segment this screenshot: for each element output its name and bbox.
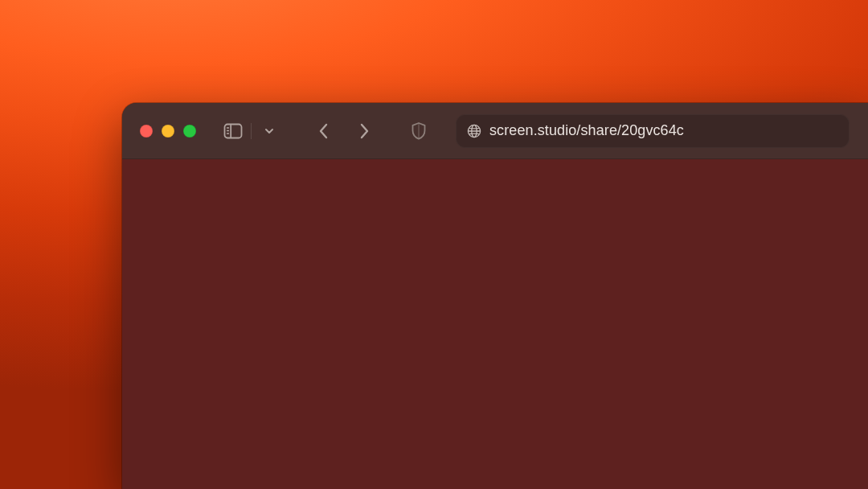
navigation-controls bbox=[313, 120, 375, 142]
browser-window: screen.studio/share/20gvc64c bbox=[122, 103, 868, 489]
privacy-shield-button[interactable] bbox=[407, 120, 430, 142]
chevron-down-icon bbox=[264, 125, 275, 137]
forward-button[interactable] bbox=[353, 120, 375, 142]
browser-toolbar: screen.studio/share/20gvc64c bbox=[122, 103, 868, 159]
toolbar-divider bbox=[251, 123, 252, 139]
minimize-window-button[interactable] bbox=[162, 125, 174, 138]
close-window-button[interactable] bbox=[140, 125, 153, 138]
window-traffic-lights bbox=[140, 125, 196, 138]
page-content-area bbox=[122, 159, 868, 489]
sidebar-controls bbox=[222, 120, 280, 142]
globe-icon bbox=[467, 124, 481, 138]
chevron-right-icon bbox=[358, 122, 371, 140]
maximize-window-button[interactable] bbox=[183, 125, 196, 138]
shield-icon bbox=[411, 121, 427, 141]
address-bar-url: screen.studio/share/20gvc64c bbox=[489, 122, 684, 139]
toggle-sidebar-button[interactable] bbox=[222, 120, 244, 142]
address-bar[interactable]: screen.studio/share/20gvc64c bbox=[456, 114, 850, 148]
tab-groups-dropdown[interactable] bbox=[258, 120, 280, 142]
sidebar-icon bbox=[223, 123, 243, 139]
chevron-left-icon bbox=[317, 122, 330, 140]
back-button[interactable] bbox=[313, 120, 335, 142]
